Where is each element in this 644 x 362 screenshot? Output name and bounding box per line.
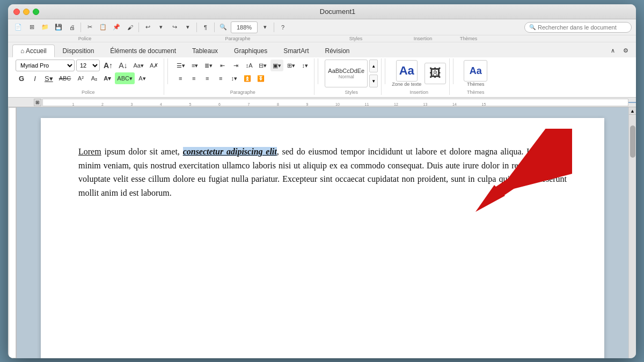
scroll-up-button[interactable]: ▲	[629, 107, 636, 115]
paragraph-marks-button[interactable]: ¶	[200, 21, 211, 33]
insert-image-button[interactable]: 🖼	[425, 63, 446, 84]
text-effect-button[interactable]: A▾	[136, 72, 148, 84]
undo-button[interactable]: ↩	[142, 21, 153, 33]
space-before-button[interactable]: ⏫	[241, 72, 253, 84]
svg-text:13: 13	[423, 102, 428, 106]
font-grow-button[interactable]: A↑	[101, 60, 115, 71]
format-painter-button[interactable]: 🖌	[124, 21, 136, 33]
font-name-select[interactable]: Myriad Pro	[16, 60, 75, 71]
shading-button[interactable]: ▣▾	[270, 60, 283, 71]
styles-up-arrow[interactable]: ▲	[369, 60, 378, 72]
minimize-button[interactable]	[23, 9, 30, 15]
document-text[interactable]: Lorem ipsum dolor sit amet, consectetur …	[78, 145, 567, 200]
columns-button[interactable]: ⊟▾	[257, 60, 269, 71]
divider-2	[318, 58, 318, 84]
sort-button[interactable]: ↕A	[243, 60, 255, 71]
app-window: Document1 📄 ⊞ 📁 💾 🖨 ✂ 📋 📌 🖌 ↩ ▾ ↪ ▾ ¶ 🔍 …	[8, 4, 636, 358]
document-area: Lorem ipsum dolor sit amet, consectetur …	[8, 107, 636, 358]
search-box: 🔍	[524, 22, 632, 33]
template-button[interactable]: ⊞	[26, 21, 38, 33]
zoom-out-button[interactable]: 🔍	[217, 21, 229, 33]
superscript-button[interactable]: A²	[75, 72, 86, 84]
style-normal-preview[interactable]: AaBbCcDdEe Normal	[325, 60, 368, 87]
svg-text:15: 15	[482, 102, 486, 106]
numbering-button[interactable]: ≡▾	[189, 60, 201, 71]
tab-graphiques[interactable]: Graphiques	[226, 45, 275, 57]
ribbon-collapse-btn[interactable]: ∧	[607, 45, 619, 56]
styles-label: Styles	[318, 36, 393, 41]
zoom-input[interactable]: 188%	[231, 21, 258, 33]
subscript-button[interactable]: A₂	[88, 72, 100, 84]
cut-button[interactable]: ✂	[84, 21, 96, 33]
tab-smartart[interactable]: SmartArt	[275, 45, 317, 57]
page-scroll-area[interactable]: Lorem ipsum dolor sit amet, consectetur …	[17, 107, 628, 358]
ruler-corner[interactable]: ⊞	[34, 99, 41, 106]
ribbon-settings-btn[interactable]: ⚙	[620, 45, 632, 56]
align-right-button[interactable]: ≡	[201, 72, 213, 84]
open-button[interactable]: 📁	[39, 21, 51, 33]
justify-button[interactable]: ≡	[215, 72, 226, 84]
tab-elements[interactable]: Éléments de document	[102, 45, 184, 57]
font-color-group: A▾	[101, 72, 113, 84]
vertical-scrollbar[interactable]: ▲	[628, 107, 636, 358]
save-button[interactable]: 💾	[53, 21, 64, 33]
print-button[interactable]: 🖨	[66, 21, 78, 33]
new-doc-button[interactable]: 📄	[12, 21, 24, 33]
strikethrough-button[interactable]: ABC	[57, 72, 74, 84]
insertion-group-content: Aa Zone de texte 🖼	[392, 58, 446, 88]
borders-button[interactable]: ⊞▾	[285, 60, 297, 71]
font-size-select[interactable]: 12	[76, 60, 100, 71]
paste-button[interactable]: 📌	[111, 21, 122, 33]
align-left-button[interactable]: ≡	[174, 72, 186, 84]
insert-image-wrap: 🖼	[425, 63, 446, 84]
window-title: Document1	[45, 8, 631, 16]
bullets-button[interactable]: ☰▾	[174, 60, 187, 71]
search-input[interactable]	[538, 24, 624, 31]
align-center-button[interactable]: ≡	[188, 72, 200, 84]
font-shrink-button[interactable]: A↓	[116, 60, 129, 71]
aa-style-button[interactable]: Aa	[396, 60, 418, 82]
divider-4	[453, 58, 453, 84]
tab-tableaux[interactable]: Tableaux	[184, 45, 226, 57]
redo-button[interactable]: ↪	[169, 21, 180, 33]
police-group-content: Myriad Pro 12 A↑ A↓ Aa▾ A✗ G I S▾	[16, 58, 160, 88]
maximize-button[interactable]	[33, 9, 39, 15]
font-color-button[interactable]: A▾	[101, 72, 113, 84]
italic-button[interactable]: I	[29, 72, 41, 84]
font-row-2: G I S▾ ABC A² A₂ A▾ ABC▾ A▾	[16, 72, 148, 84]
para-row-1: ☰▾ ≡▾ ≣▾ ⇤ ⇥ ↕A ⊟▾ ▣▾ ⊞▾ ↕▾	[174, 60, 311, 71]
ribbon-groups: Myriad Pro 12 A↑ A↓ Aa▾ A✗ G I S▾	[12, 58, 632, 95]
themes-aa-button[interactable]: Aa	[464, 60, 487, 82]
styles-group-label: Styles	[345, 90, 358, 95]
scrollbar-thumb[interactable]	[630, 125, 635, 158]
undo-dropdown[interactable]: ▾	[155, 21, 167, 33]
tab-accueil[interactable]: ⌂ Accueil	[12, 45, 55, 57]
decrease-indent-button[interactable]: ⇤	[216, 60, 228, 71]
tab-revision[interactable]: Révision	[317, 45, 358, 57]
copy-button[interactable]: 📋	[97, 21, 109, 33]
clear-format-button[interactable]: A✗	[148, 60, 160, 71]
toolbar-separator-3	[196, 23, 197, 32]
para-marks-button[interactable]: ↕▾	[299, 60, 311, 71]
line-spacing-button[interactable]: ↕▾	[228, 72, 240, 84]
increase-indent-button[interactable]: ⇥	[230, 60, 241, 71]
bold-button[interactable]: G	[16, 72, 27, 84]
close-button[interactable]	[13, 9, 20, 15]
police-group-label: Police	[82, 90, 95, 95]
toolbar-separator-5	[274, 23, 274, 32]
help-button[interactable]: ?	[277, 21, 289, 33]
text-before-selected: ipsum dolor sit amet,	[101, 147, 183, 156]
ribbon-section-labels: Police Paragraphe Styles Insertion Thème…	[8, 35, 636, 42]
multilevel-button[interactable]: ≣▾	[202, 60, 215, 71]
highlight-button[interactable]: ABC▾	[115, 72, 135, 84]
zoom-dropdown[interactable]: ▾	[259, 21, 271, 33]
space-after-button[interactable]: ⏬	[255, 72, 267, 84]
tab-disposition[interactable]: Disposition	[55, 45, 103, 57]
font-case-button[interactable]: Aa▾	[131, 60, 145, 71]
svg-text:6: 6	[218, 102, 221, 106]
redo-dropdown[interactable]: ▾	[182, 21, 194, 33]
svg-text:12: 12	[394, 102, 398, 106]
title-bar: Document1	[8, 4, 636, 19]
styles-down-arrow[interactable]: ▼	[369, 75, 378, 87]
underline-button[interactable]: S▾	[42, 72, 55, 84]
